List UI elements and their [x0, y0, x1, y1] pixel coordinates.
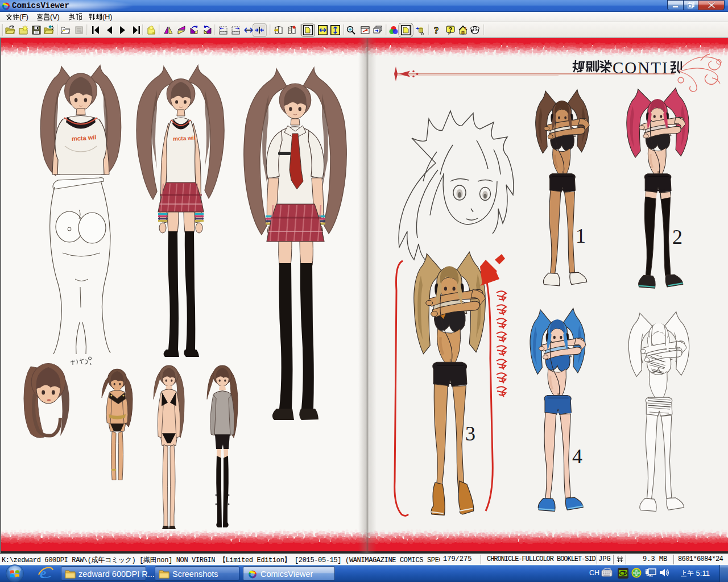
svg-text:mcta wil: mcta wil — [173, 135, 196, 142]
svg-text:1: 1 — [576, 225, 586, 247]
svg-text:CONTI: CONTI — [613, 59, 669, 77]
svg-text:4: 4 — [572, 445, 582, 468]
svg-text:3: 3 — [465, 422, 475, 445]
svg-text:?: ? — [434, 25, 439, 36]
svg-text:2: 2 — [672, 226, 682, 248]
svg-text:?: ? — [449, 26, 453, 33]
